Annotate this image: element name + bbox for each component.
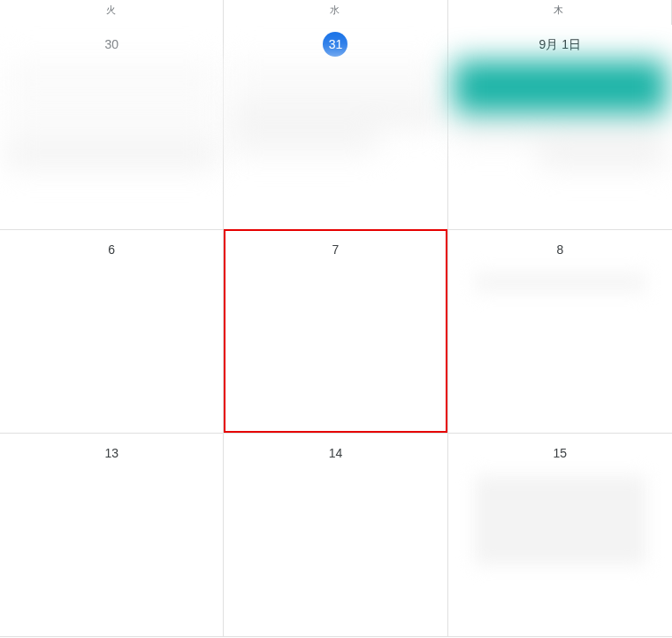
day-header-thu: 木 [448,0,672,25]
day-header-tue: 火 [0,0,224,25]
day-cell[interactable]: 30 [0,25,224,230]
day-cell[interactable]: 9月 1日 [448,25,672,230]
day-header-wed: 水 [224,0,447,25]
calendar-grid: 火 水 木 30 31 9月 1日 [0,0,672,637]
date-number-today[interactable]: 31 [323,32,347,57]
blurred-events [5,60,218,224]
day-cell[interactable]: 14 [224,434,447,637]
blurred-events [475,273,645,292]
date-number[interactable]: 8 [556,242,563,257]
day-cell[interactable]: 8 [448,230,672,434]
date-number[interactable]: 30 [104,37,118,51]
day-cell[interactable]: 15 [448,434,672,637]
date-number[interactable]: 13 [104,446,118,460]
date-number[interactable]: 14 [329,446,343,460]
day-cell[interactable]: 31 [224,25,447,230]
date-number[interactable]: 9月 1日 [539,37,581,51]
date-number[interactable]: 6 [108,242,115,257]
date-number[interactable]: 7 [332,242,340,257]
blurred-events [454,60,667,224]
day-cell[interactable]: 13 [0,434,224,637]
day-cell-highlighted[interactable]: 7 [224,230,447,434]
date-number[interactable]: 15 [554,446,568,460]
blurred-events [475,476,645,565]
blurred-events [229,60,441,224]
day-cell[interactable]: 6 [0,230,224,434]
